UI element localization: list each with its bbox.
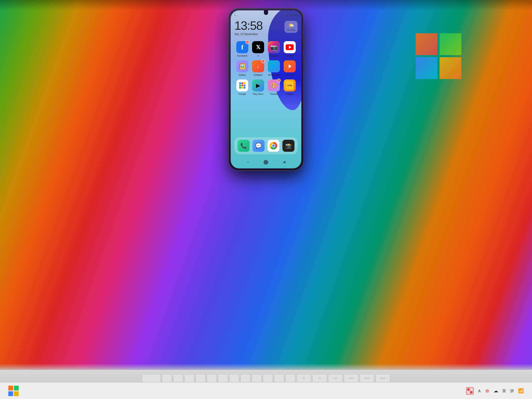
clock-date: Sat, 23 November — [234, 32, 262, 36]
phone-vol-up-button[interactable] — [228, 54, 228, 62]
mivideo-icon — [284, 60, 296, 72]
g-cell-3 — [244, 82, 245, 84]
weather-text: No data — [287, 29, 295, 31]
key-10 — [263, 374, 273, 382]
cloud-icon[interactable]: ☁ — [494, 388, 498, 394]
phone-volume-button[interactable] — [304, 54, 304, 71]
getapps-badge: 1 — [261, 59, 265, 63]
taskbar-left-section — [8, 386, 19, 396]
key-7 — [229, 374, 239, 382]
wifi-icon[interactable]: 📶 — [518, 388, 524, 394]
dock-item-phone[interactable]: 📞 — [236, 140, 251, 152]
app-item-mibrowser[interactable]: 🌐 Mi Browser — [266, 60, 282, 76]
app-item-themes[interactable]: 🎨 2 Themes — [266, 79, 282, 95]
google-grid-icon — [239, 82, 245, 89]
gallery-icon: 🖼️ — [236, 60, 248, 72]
signal-icon: ⊡ — [286, 14, 288, 17]
weather-widget[interactable]: 🌤️ No data — [285, 21, 298, 33]
windows-logo-tile-3 — [416, 57, 437, 79]
mivideo-play-triangle — [289, 64, 291, 68]
start-button[interactable] — [8, 386, 19, 396]
app-item-instagram[interactable]: 📷 Instagram — [266, 41, 282, 57]
key-fn4: Insert — [344, 374, 359, 382]
app-item-getapps[interactable]: ↓ 1 GetApps — [250, 60, 266, 76]
gallery-label: Gallery — [239, 74, 246, 76]
mibrowser-label: Mi Browser — [268, 74, 279, 76]
nav-recents-button[interactable]: ▪ — [245, 159, 251, 165]
key-12 — [285, 374, 295, 382]
phone-notch — [264, 10, 268, 15]
phone-dock: 📞 💬 — [234, 137, 298, 154]
g-cell-5 — [241, 85, 243, 86]
app-item-gallery[interactable]: 🖼️ Gallery — [234, 60, 250, 76]
mivideo-play-icon — [286, 62, 294, 70]
phone-navbar: ▪ ⬤ ◀ — [231, 159, 301, 165]
keyboard-row: F5 F6 F10 Insert Home PgUp — [142, 374, 390, 382]
dock-item-camera[interactable]: 📸 — [281, 140, 296, 152]
phone-vol-down-button[interactable] — [228, 65, 228, 74]
playstore-play-icon: ▶ — [256, 82, 260, 89]
messages-bubble-icon: 💬 — [255, 143, 262, 149]
phone-device: f ... ⊡ ▲ 74% 13:58 Sat, 23 November 🌤️ … — [228, 8, 304, 170]
snap-cell-1 — [467, 388, 470, 391]
key-3 — [184, 374, 194, 382]
recents-icon: ▪ — [247, 160, 248, 164]
dock-item-chrome[interactable] — [266, 140, 281, 152]
app-item-cleaner[interactable]: 315M Cleaner — [282, 79, 298, 95]
app-item-youtube[interactable]: YouTube — [282, 41, 298, 57]
mivideo-icon-wrap — [284, 60, 296, 72]
nav-home-button[interactable]: ⬤ — [263, 159, 269, 165]
notification-dots: ... — [236, 14, 238, 16]
key-1 — [162, 374, 172, 382]
playstore-icon-wrap: ▶ — [252, 79, 264, 91]
g-cell-7 — [239, 87, 241, 89]
app-item-playstore[interactable]: ▶ Play Store — [250, 79, 266, 95]
mibrowser-globe-icon: 🌐 — [270, 62, 278, 70]
phone-sim-tray — [228, 42, 228, 50]
instagram-icon-wrap: 📷 — [268, 41, 280, 53]
youtube-play-triangle — [289, 45, 291, 49]
key-2 — [173, 374, 183, 382]
app-item-google[interactable]: Google — [234, 79, 250, 95]
start-tile-red — [8, 386, 13, 391]
app-item-mivideo[interactable]: Mi Video — [282, 60, 298, 76]
chrome-icon — [267, 140, 279, 152]
app-item-x[interactable]: 𝕏 X — [250, 41, 266, 57]
chevron-up-icon[interactable]: ∧ — [478, 388, 481, 394]
google-icon-wrap — [236, 79, 248, 91]
key-11 — [274, 374, 284, 382]
x-label: X — [257, 54, 259, 57]
clock-time: 13:58 — [234, 19, 262, 32]
snap-cell-2 — [470, 388, 473, 391]
youtube-icon-wrap — [284, 41, 296, 53]
phone-power-button[interactable] — [304, 38, 304, 50]
phone-screen: f ... ⊡ ▲ 74% 13:58 Sat, 23 November 🌤️ … — [231, 10, 301, 168]
close-circle-icon[interactable]: ⊗ — [485, 388, 489, 394]
key-9 — [252, 374, 262, 382]
instagram-label: Instagram — [269, 54, 279, 57]
phone-handset-icon: 📞 — [240, 143, 247, 149]
lang-en-label[interactable]: 英 — [502, 388, 506, 393]
nav-back-button[interactable]: ◀ — [281, 159, 287, 165]
phone-call-icon: 📞 — [238, 140, 250, 152]
key-fn3: F10 — [328, 374, 343, 382]
lang-zh-label[interactable]: 拼 — [510, 388, 514, 393]
snap-layout-button[interactable] — [466, 387, 474, 395]
camera-lens-icon: 📸 — [285, 143, 291, 149]
dock-item-messages[interactable]: 💬 — [251, 140, 266, 152]
x-icon-wrap: 𝕏 — [252, 41, 264, 53]
cleaner-icon-wrap: 315M — [284, 79, 296, 91]
x-icon: 𝕏 — [252, 41, 264, 53]
taskbar: ∧ ⊗ ☁ 英 拼 📶 — [0, 382, 532, 399]
getapps-label: GetApps — [254, 74, 263, 76]
app-grid: f 2 Facebook 𝕏 X — [234, 41, 298, 95]
x-logo-text: 𝕏 — [256, 44, 260, 51]
key-6 — [218, 374, 228, 382]
phone-call-icon-wrap: 📞 — [238, 140, 250, 152]
taskbar-right-section: ∧ ⊗ ☁ 英 拼 📶 — [466, 387, 524, 395]
themes-badge: 2 — [277, 79, 281, 82]
back-icon: ◀ — [283, 160, 285, 164]
app-item-facebook[interactable]: f 2 Facebook — [234, 41, 250, 57]
youtube-label: YouTube — [285, 54, 294, 57]
google-label: Google — [239, 93, 246, 95]
